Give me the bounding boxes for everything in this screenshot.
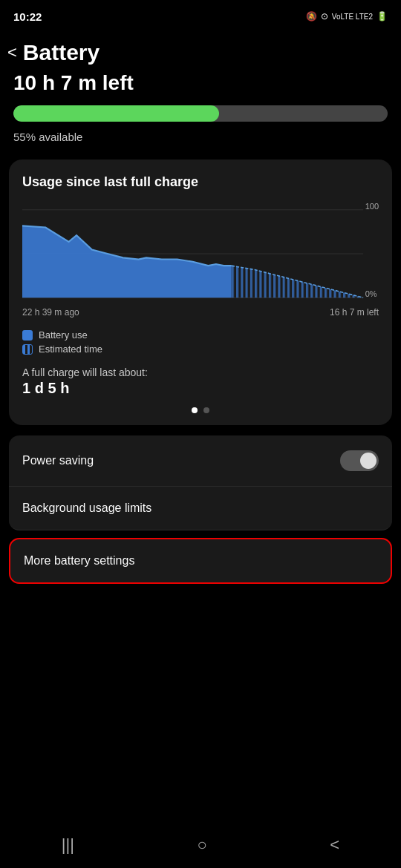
toggle-knob — [360, 453, 376, 469]
full-charge-label: A full charge will last about: — [22, 366, 379, 378]
svg-marker-3 — [22, 226, 232, 297]
nav-menu-icon[interactable]: ||| — [62, 835, 74, 855]
chart-legend: Battery use Estimated time — [22, 329, 379, 355]
legend-battery-use: Battery use — [22, 329, 379, 341]
signal-text: VoLTE LTE2 — [332, 13, 373, 21]
battery-progress-bar — [13, 105, 388, 122]
power-saving-item[interactable]: Power saving — [9, 435, 392, 487]
legend-estimated-label: Estimated time — [39, 343, 102, 355]
usage-title: Usage since last full charge — [22, 174, 379, 190]
legend-battery-label: Battery use — [39, 329, 88, 341]
back-button[interactable]: < — [7, 43, 17, 62]
dot-1 — [192, 407, 198, 413]
settings-section: Power saving Background usage limits — [9, 435, 392, 530]
legend-dot-estimated — [22, 344, 33, 355]
header: < Battery — [0, 30, 401, 71]
more-battery-settings-label: More battery settings — [24, 554, 134, 567]
wifi-icon: ⊙ — [321, 11, 328, 22]
legend-estimated-time: Estimated time — [22, 343, 379, 355]
battery-icon: 🔋 — [376, 11, 388, 22]
nav-back-icon[interactable]: < — [330, 835, 339, 855]
battery-progress-fill — [13, 105, 219, 122]
more-battery-settings-item[interactable]: More battery settings — [9, 538, 392, 584]
battery-available-text: 55% available — [0, 128, 401, 151]
dots-indicator — [22, 407, 379, 413]
background-usage-label: Background usage limits — [22, 502, 151, 515]
chart-left-time: 22 h 39 m ago — [22, 307, 79, 318]
chart-right-time: 16 h 7 m left — [330, 307, 379, 318]
chart-bottom-label: 0% — [365, 289, 379, 298]
power-saving-toggle[interactable] — [340, 450, 379, 471]
nav-home-icon[interactable]: ○ — [198, 835, 207, 855]
full-charge-section: A full charge will last about: 1 d 5 h — [22, 366, 379, 397]
chart-svg — [22, 202, 379, 306]
page-title: Battery — [23, 40, 100, 65]
battery-time-remaining: 10 h 7 m left — [0, 71, 401, 98]
dot-2 — [203, 407, 209, 413]
mute-icon: 🔕 — [306, 11, 317, 22]
status-icons: 🔕 ⊙ VoLTE LTE2 🔋 — [306, 11, 388, 22]
status-time: 10:22 — [13, 10, 42, 23]
power-saving-label: Power saving — [22, 454, 94, 467]
usage-card: Usage since last full charge 100 0% — [9, 160, 392, 425]
svg-marker-6 — [232, 266, 363, 297]
background-usage-item[interactable]: Background usage limits — [9, 487, 392, 530]
chart-top-label: 100 — [365, 202, 379, 211]
full-charge-value: 1 d 5 h — [22, 380, 379, 397]
status-bar: 10:22 🔕 ⊙ VoLTE LTE2 🔋 — [0, 0, 401, 30]
bottom-nav: ||| ○ < — [0, 826, 401, 868]
legend-dot-battery — [22, 330, 33, 341]
battery-chart: 100 0% 22 h 39 m ago — [22, 202, 379, 320]
